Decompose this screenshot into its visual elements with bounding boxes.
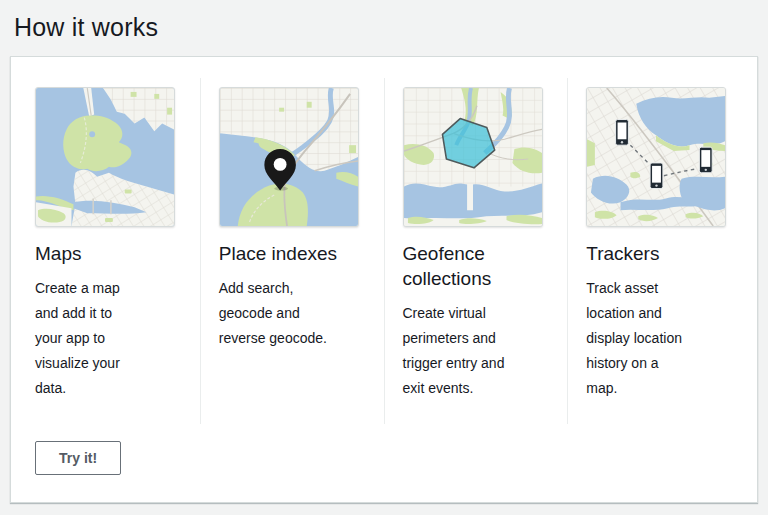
card-trackers: Trackers Track asset location and displa… (567, 78, 733, 424)
card-geofence-collections: Geofence collections Create virtual peri… (384, 78, 568, 424)
how-it-works-panel: Maps Create a map and add it to your app… (10, 56, 758, 503)
map-geofence-hexagon-thumbnail (403, 87, 543, 227)
tracker-device-icon (650, 163, 663, 189)
card-desc-place-indexes: Add search, geocode and reverse geocode. (219, 276, 366, 351)
card-place-indexes: Place indexes Add search, geocode and re… (200, 78, 384, 424)
card-title-trackers: Trackers (586, 241, 733, 266)
map-overview-thumbnail (35, 87, 175, 227)
card-desc-trackers: Track asset location and display locatio… (586, 276, 733, 401)
card-title-maps: Maps (35, 241, 182, 266)
card-maps: Maps Create a map and add it to your app… (35, 78, 200, 424)
map-tracked-devices-thumbnail (586, 87, 726, 227)
card-desc-geofence-collections: Create virtual perimeters and trigger en… (403, 301, 550, 401)
card-desc-maps: Create a map and add it to your app to v… (35, 276, 182, 401)
tracker-device-icon (616, 120, 629, 146)
tracker-device-icon (700, 147, 713, 173)
card-title-geofence-collections: Geofence collections (403, 241, 550, 291)
try-it-button[interactable]: Try it! (35, 441, 121, 475)
card-title-place-indexes: Place indexes (219, 241, 366, 266)
feature-cards-row: Maps Create a map and add it to your app… (35, 78, 733, 424)
map-location-pin-thumbnail (219, 87, 359, 227)
page-title: How it works (14, 13, 768, 42)
